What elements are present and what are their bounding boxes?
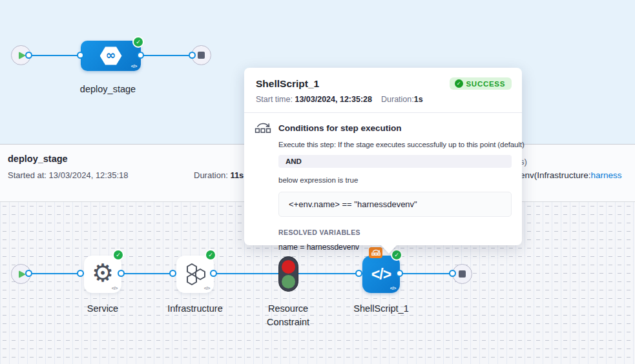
infra-link[interactable]: harness <box>591 170 622 180</box>
hexagons-icon <box>183 262 207 287</box>
start-time-value: 13/03/2024, 12:35:28 <box>295 95 372 104</box>
code-marker-icon: </> <box>112 285 118 291</box>
start-time-label: Start time: <box>256 95 295 104</box>
pipeline-execution-view: ∞ </> ✓ deploy_stage deploy_stage Starte… <box>0 0 635 364</box>
connector-dot <box>355 270 362 277</box>
step-label-resource-constraint[interactable]: Resource Constraint <box>249 302 327 329</box>
popover-duration-value: 1s <box>414 95 423 104</box>
stop-icon <box>459 270 466 278</box>
connector-dot <box>25 52 32 59</box>
popover-time-row: Start time: 13/03/2024, 12:35:28Duration… <box>256 95 512 104</box>
cd-stage-icon: ∞ <box>100 46 122 66</box>
step-label-service[interactable]: Service <box>51 302 154 316</box>
deploy-stage-node[interactable]: ∞ </> <box>81 41 141 71</box>
success-check-icon: ✓ <box>132 36 144 48</box>
infinity-icon: ∞ <box>106 49 116 61</box>
connector-dot <box>210 270 217 277</box>
status-badge: ✓ SUCCESS <box>450 77 512 90</box>
connector-dot <box>137 52 144 59</box>
stage-duration: Duration: 11s <box>194 170 244 180</box>
expression-value: <+env.name> == "harnessdevenv" <box>278 192 512 217</box>
stage-started-at: Started at: 13/03/2024, 12:35:18 <box>8 170 128 180</box>
code-marker-icon: </> <box>131 63 137 69</box>
popover-header: ShellScript_1 ✓ SUCCESS Start time: 13/0… <box>244 68 522 112</box>
code-marker-icon: </> <box>204 285 210 291</box>
gear-icon: ⚙ <box>92 261 114 285</box>
popover-title: ShellScript_1 <box>256 78 319 90</box>
success-check-icon: ✓ <box>205 249 216 261</box>
expression-intro: below expression is true <box>278 176 512 184</box>
connector-dot <box>118 270 125 277</box>
infra-text: env(Infrastructure: <box>520 170 591 180</box>
shell-script-icon: </> <box>371 266 391 283</box>
connector-dot <box>77 52 84 59</box>
resolved-variables-label: RESOLVED VARIABLES <box>278 228 512 236</box>
connector-dot <box>396 270 403 277</box>
and-operator: AND <box>278 155 512 168</box>
step-label-infrastructure[interactable]: Infrastructure <box>143 302 247 316</box>
popover-caret <box>380 245 397 254</box>
popover-body: Conditions for step execution Execute th… <box>244 113 522 263</box>
play-icon <box>19 52 26 59</box>
duration-label: Duration: <box>194 170 230 180</box>
step-details-popover: ShellScript_1 ✓ SUCCESS Start time: 13/0… <box>244 68 522 245</box>
connector-dot <box>169 270 176 277</box>
success-check-icon: ✓ <box>455 79 463 88</box>
stop-icon <box>198 52 205 59</box>
play-icon <box>19 270 26 278</box>
stage-label[interactable]: deploy_stage <box>56 83 160 96</box>
code-marker-icon: </> <box>390 285 396 291</box>
conditions-title: Conditions for step execution <box>278 123 402 133</box>
success-check-icon: ✓ <box>112 249 124 261</box>
duration-value: 11s <box>230 170 244 180</box>
stage-bar-title: deploy_stage <box>8 154 68 164</box>
conditions-description: Execute this step: If the stage executes… <box>278 141 512 148</box>
traffic-green-light-icon <box>282 275 295 288</box>
step-label-shellscript[interactable]: ShellScript_1 <box>329 302 433 316</box>
connector-dot <box>77 270 84 277</box>
connector-dot <box>25 270 32 277</box>
clipped-infrastructure-text: env(Infrastructure:harness <box>520 170 622 180</box>
conditional-execution-icon <box>255 122 271 134</box>
service-step-node[interactable]: ⚙ </> <box>84 256 121 293</box>
infrastructure-step-node[interactable]: </> <box>176 256 214 293</box>
popover-duration-label: Duration: <box>381 95 414 104</box>
status-text: SUCCESS <box>466 80 506 88</box>
connector-dot <box>189 52 196 59</box>
connector-dot <box>449 270 456 277</box>
